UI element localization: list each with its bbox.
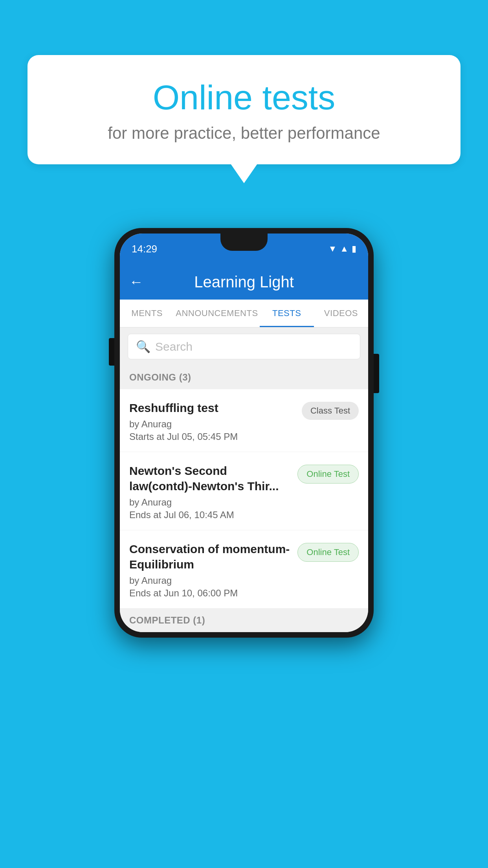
app-bar-title: Learning Light bbox=[151, 273, 337, 291]
test-name: Reshuffling test bbox=[129, 400, 295, 416]
test-item[interactable]: Newton's Second law(contd)-Newton's Thir… bbox=[120, 452, 368, 530]
test-by: by Anurag bbox=[129, 575, 291, 586]
signal-icon: ▲ bbox=[340, 244, 349, 254]
tabs-bar: MENTS ANNOUNCEMENTS TESTS VIDEOS bbox=[120, 300, 368, 327]
bubble-subtitle: for more practice, better performance bbox=[47, 124, 441, 143]
ongoing-section-header: ONGOING (3) bbox=[120, 366, 368, 389]
phone-notch bbox=[220, 234, 268, 251]
test-info: Conservation of momentum-Equilibrium by … bbox=[129, 541, 291, 599]
phone-frame: 14:29 ▼ ▲ ▮ ← Learning Light MENTS ANNOU… bbox=[114, 228, 374, 638]
tab-ments[interactable]: MENTS bbox=[120, 300, 174, 327]
test-badge-class: Class Test bbox=[302, 402, 359, 420]
promo-speech-bubble: Online tests for more practice, better p… bbox=[28, 55, 460, 164]
test-info: Newton's Second law(contd)-Newton's Thir… bbox=[129, 463, 291, 520]
test-time: Ends at Jun 10, 06:00 PM bbox=[129, 588, 291, 599]
phone-mockup: 14:29 ▼ ▲ ▮ ← Learning Light MENTS ANNOU… bbox=[114, 228, 374, 638]
battery-icon: ▮ bbox=[352, 244, 356, 254]
test-time: Ends at Jul 06, 10:45 AM bbox=[129, 509, 291, 520]
tab-announcements[interactable]: ANNOUNCEMENTS bbox=[174, 300, 259, 327]
tab-videos[interactable]: VIDEOS bbox=[314, 300, 368, 327]
test-by: by Anurag bbox=[129, 419, 295, 430]
wifi-icon: ▼ bbox=[328, 244, 337, 254]
status-time: 14:29 bbox=[132, 243, 157, 255]
test-item[interactable]: Conservation of momentum-Equilibrium by … bbox=[120, 530, 368, 609]
tab-tests[interactable]: TESTS bbox=[260, 300, 314, 327]
test-name: Conservation of momentum-Equilibrium bbox=[129, 541, 291, 572]
search-container: 🔍 Search bbox=[120, 327, 368, 366]
test-item[interactable]: Reshuffling test by Anurag Starts at Jul… bbox=[120, 389, 368, 452]
status-icons: ▼ ▲ ▮ bbox=[328, 244, 356, 254]
back-button[interactable]: ← bbox=[129, 274, 143, 290]
search-box[interactable]: 🔍 Search bbox=[128, 334, 360, 359]
test-badge-online: Online Test bbox=[297, 543, 359, 562]
status-bar: 14:29 ▼ ▲ ▮ bbox=[120, 234, 368, 264]
bubble-title: Online tests bbox=[47, 79, 441, 117]
test-list: Reshuffling test by Anurag Starts at Jul… bbox=[120, 389, 368, 609]
phone-screen: 14:29 ▼ ▲ ▮ ← Learning Light MENTS ANNOU… bbox=[120, 234, 368, 632]
test-badge-online: Online Test bbox=[297, 465, 359, 484]
completed-section-header: COMPLETED (1) bbox=[120, 609, 368, 632]
test-by: by Anurag bbox=[129, 497, 291, 508]
speech-bubble-box: Online tests for more practice, better p… bbox=[28, 55, 460, 164]
test-time: Starts at Jul 05, 05:45 PM bbox=[129, 431, 295, 442]
search-icon: 🔍 bbox=[136, 340, 150, 353]
search-placeholder: Search bbox=[155, 340, 193, 353]
app-bar: ← Learning Light bbox=[120, 264, 368, 300]
test-name: Newton's Second law(contd)-Newton's Thir… bbox=[129, 463, 291, 494]
test-info: Reshuffling test by Anurag Starts at Jul… bbox=[129, 400, 295, 442]
